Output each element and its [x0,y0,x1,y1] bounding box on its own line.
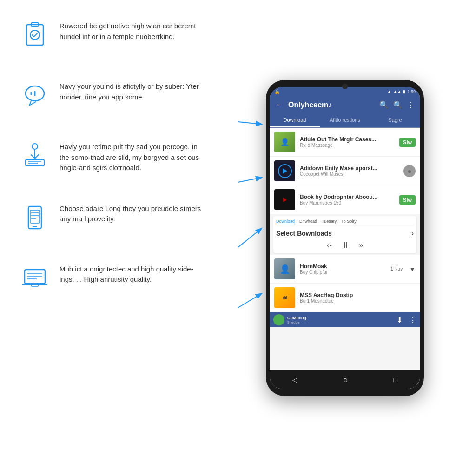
svg-rect-13 [30,210,40,223]
bottom-nav: ◁ ○ □ [270,370,420,389]
svg-rect-0 [26,25,43,45]
bottom-song-thumb-2: 🏙 [274,287,295,308]
left-panel: Rowered be get notive high wlan car bere… [0,0,214,476]
mini-player-tabs: Download Dnwhoad Tuesary To Soiry [276,219,414,226]
song-item-2[interactable]: Adidown Enily Mase uporst... Cocoopct Wi… [270,157,420,185]
time-display: 1:99 [407,89,416,94]
prev-button[interactable]: ‹- [327,241,332,250]
song-title-3: Book by Dodrophter Aboou... [300,194,395,200]
more-icon[interactable]: ⋮ [407,100,415,109]
feature-text-2: Navy your you nd is afictylly or by sube… [60,79,205,102]
laptop-icon [19,262,51,294]
song-info-1: Atlule Out The Mrgir Cases... Rvlid Mass… [300,136,395,148]
download-box-icon [19,139,51,172]
nav-home[interactable]: ○ [343,375,348,385]
app-bar: ← Onlyhcecm♪ 🔍 🔍 ⋮ [270,96,420,113]
bottom-song-subtitle-2: Bur1 Mesnactue [300,298,416,304]
song-info-3: Book by Dodrophter Aboou... Buy Marunsbe… [300,194,395,205]
song-action-2[interactable]: ● [403,165,416,177]
phone-device-icon [19,201,51,234]
tab-sagre[interactable]: Sagre [370,113,420,127]
clipboard-icon [19,19,51,51]
phone-wrapper: 🔒 ▲ ▲▲ ▮ 1:99 ← Onlyhcecm♪ 🔍 🔍 ⋮ [266,80,424,396]
player-name: CoMocog [287,316,394,320]
dropdown-icon[interactable]: ▼ [409,265,416,273]
player-info: CoMocog 9hedge [287,316,394,324]
song-info-2: Adidown Enily Mase uporst... Cocoopct Wi… [300,165,399,177]
mini-player-controls: ‹- ⏸ » [276,240,414,250]
back-button[interactable]: ← [275,100,284,110]
tabs-bar: Download Afitlo restlons Sagre [270,113,420,128]
mp-tab-4[interactable]: To Soiry [341,219,357,224]
feature-text-1: Rowered be get notive high wlan car bere… [60,19,205,42]
tab-download[interactable]: Download [270,113,320,127]
svg-rect-22 [31,284,39,286]
song-item-3[interactable]: ▶ Book by Dodrophter Aboou... Buy Maruns… [270,185,420,214]
bottom-song-title-1: HornMoak [300,263,386,270]
battery-icon: ▮ [403,89,405,94]
app-title: Onlyhcecm♪ [288,101,375,109]
player-avatar [273,314,284,325]
bottom-song-info-2: MSS AacHag Dostip Bur1 Mesnactue [300,292,416,304]
bottom-song-action-1[interactable]: 1 Ruy [390,266,403,271]
svg-rect-8 [26,159,44,166]
mp-tab-2[interactable]: Dnwhoad [299,219,317,224]
search-icon[interactable]: 🔍 [379,100,389,109]
player-sub: 9hedge [287,320,394,324]
nav-back[interactable]: ◁ [292,376,298,383]
bottom-song-info-1: HornMoak Buy Chipipfar [300,263,386,275]
feature-text-4: Choose adare Long they you preudole stme… [60,201,205,225]
bottom-song-item-1[interactable]: 👤 HornMoak Buy Chipipfar 1 Ruy ▼ [270,255,420,284]
wifi-icon: ▲ [387,89,391,94]
status-lock: 🔒 [274,89,280,94]
player-more-icon[interactable]: ⋮ [409,316,416,324]
svg-point-6 [32,144,38,149]
song-subtitle-1: Rvlid Masssage [300,143,395,148]
pause-button[interactable]: ⏸ [341,240,350,250]
song-thumb-2 [274,160,295,181]
svg-rect-17 [25,270,45,284]
player-download-icon[interactable]: ⬇ [397,316,403,324]
search2-icon[interactable]: 🔍 [393,100,403,109]
select-downloads-label: Select Bownloads [276,230,332,237]
phone-screen: 🔒 ▲ ▲▲ ▮ 1:99 ← Onlyhcecm♪ 🔍 🔍 ⋮ [270,87,420,389]
feature-item-1: Rowered be get notive high wlan car bere… [19,19,205,51]
signal-icon: ▲▲ [393,89,402,94]
tab-afitlo[interactable]: Afitlo restlons [320,113,370,127]
bottom-song-title-2: MSS AacHag Dostip [300,292,416,298]
feature-text-3: Haviy you retime prit thy sad you percog… [60,139,205,173]
song-title-2: Adidown Enily Mase uporst... [300,165,399,172]
mini-player-title: Select Bownloads › [276,229,414,238]
bottom-song-item-2[interactable]: 🏙 MSS AacHag Dostip Bur1 Mesnactue [270,284,420,312]
song-action-3[interactable]: Slw [399,195,416,205]
song-subtitle-3: Buy Marunsbes 150 [300,200,395,205]
content-area: 👤 Atlule Out The Mrgir Cases... Rvlid Ma… [270,128,420,370]
chevron-right-icon[interactable]: › [411,229,414,238]
song-subtitle-2: Cocoopct Will Muses [300,172,399,177]
feature-item-3: Haviy you retime prit thy sad you percog… [19,139,205,173]
feature-item-5: Mub ict a onigntectec and high quality s… [19,262,205,294]
phone-frame: 🔒 ▲ ▲▲ ▮ 1:99 ← Onlyhcecm♪ 🔍 🔍 ⋮ [266,80,424,396]
mp-tab-1[interactable]: Download [276,219,295,224]
mp-tab-3[interactable]: Tuesary [322,219,337,224]
song-action-1[interactable]: Slw [399,138,416,147]
phone-camera [342,84,348,89]
song-item-1[interactable]: 👤 Atlule Out The Mrgir Cases... Rvlid Ma… [270,128,420,157]
song-title-1: Atlule Out The Mrgir Cases... [300,136,395,143]
next-button[interactable]: » [359,241,363,250]
feature-item-2: Navy your you nd is afictylly or by sube… [19,79,205,112]
chat-icon [19,79,51,112]
song-thumb-1: 👤 [274,132,295,152]
bottom-song-thumb-1: 👤 [274,258,295,279]
player-bottom-bar: CoMocog 9hedge ⬇ ⋮ [270,312,420,327]
feature-item-4: Choose adare Long they you preudole stme… [19,201,205,234]
status-icons: ▲ ▲▲ ▮ 1:99 [387,89,416,94]
nav-recents[interactable]: □ [394,376,397,383]
feature-text-5: Mub ict a onigntectec and high quality s… [60,262,205,285]
app-bar-icons: 🔍 🔍 ⋮ [379,100,415,109]
bottom-song-subtitle-1: Buy Chipipfar [300,270,386,275]
mini-player: Download Dnwhoad Tuesary To Soiry Select… [273,216,416,253]
song-thumb-3: ▶ [274,189,295,210]
right-panel: 🔒 ▲ ▲▲ ▮ 1:99 ← Onlyhcecm♪ 🔍 🔍 ⋮ [214,0,476,476]
